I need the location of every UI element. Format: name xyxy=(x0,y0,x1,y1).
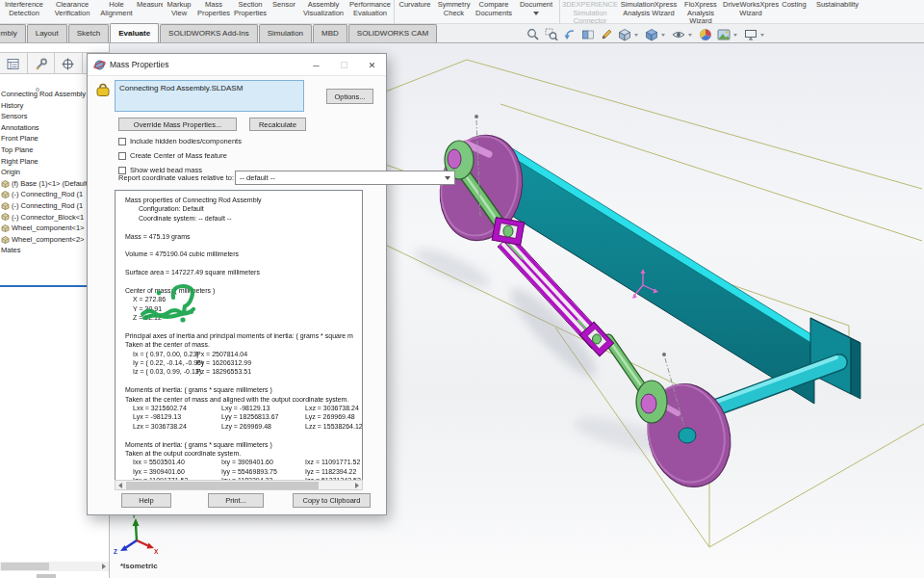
checkbox[interactable] xyxy=(118,138,126,145)
report-matrix-row: Ix = ( 0.97, 0.00, 0.23)Px = 2507814.04 xyxy=(125,350,362,358)
chevron-down-icon[interactable] xyxy=(661,34,665,37)
report-matrix-row: Ixx = 5503501.40Ixy = 3909401.60Ixz = 11… xyxy=(125,458,362,466)
tab-mbd[interactable]: MBD xyxy=(313,24,347,42)
close-button[interactable]: ✕ xyxy=(358,54,386,76)
edit-markup-icon[interactable] xyxy=(598,28,614,42)
tab-layout[interactable]: Layout xyxy=(27,24,67,42)
tab-solidworks-add-ins[interactable]: SOLIDWORKS Add-Ins xyxy=(160,24,258,42)
ribbon-mass-properties[interactable]: MassProperties xyxy=(195,0,232,17)
chevron-down-icon[interactable] xyxy=(634,34,638,37)
report-matrix-row: Iyx = 3909401.60Iyy = 55469893.75Iyz = 1… xyxy=(125,467,362,476)
chevron-down-icon[interactable] xyxy=(733,34,737,37)
featuremanager-tree-tab[interactable] xyxy=(0,53,28,74)
ribbon-floxpress-analysis-wizard[interactable]: FloXpressAnalysisWizard xyxy=(679,0,723,26)
mass-properties-dialog: Mass Properties ─ ☐ ✕ Connecting Rod Ass… xyxy=(87,53,387,515)
print-button[interactable]: Print... xyxy=(208,493,264,508)
report-matrix-row: Iz = ( 0.03, 0.99, -0.13)Pz = 18296553.5… xyxy=(125,367,362,376)
ribbon-3dexperience-simulation-connector[interactable]: 3DEXPERIENCESimulationConnector xyxy=(561,0,619,26)
chevron-down-icon[interactable] xyxy=(688,34,692,37)
configurationmanager-tab[interactable] xyxy=(55,53,83,74)
command-tab-bar: Assembly Layout Sketch Evaluate SOLIDWOR… xyxy=(0,24,924,43)
ribbon-measure[interactable]: Measure xyxy=(137,0,163,10)
ribbon-markup-view[interactable]: MarkupView xyxy=(163,0,195,17)
report-line: Center of mass: ( millimeters ) xyxy=(125,286,362,295)
zoom-to-area-icon[interactable] xyxy=(543,28,559,42)
part-icon xyxy=(1,213,10,221)
tree-horizontal-scrollbar[interactable] xyxy=(0,562,109,571)
part-icon xyxy=(1,180,10,188)
part-icon xyxy=(1,191,10,198)
options-button[interactable]: Options... xyxy=(326,89,373,104)
ribbon-curvature[interactable]: Curvature xyxy=(396,0,434,10)
ribbon-driveworksxpress-wizard[interactable]: DriveWorksXpressWizard xyxy=(723,0,779,17)
scrollbar-fragment xyxy=(37,574,56,578)
scroll-left-icon[interactable] xyxy=(118,483,122,488)
chevron-down-icon[interactable] xyxy=(760,34,764,37)
view-orientation-icon[interactable] xyxy=(616,28,632,42)
report-line: Mass properties of Connecting Rod Assemb… xyxy=(125,196,362,204)
maximize-button[interactable]: ☐ xyxy=(330,54,358,76)
tab-evaluate[interactable]: Evaluate xyxy=(110,23,159,42)
report-line: Volume = 475190.04 cubic millimeters xyxy=(125,250,362,258)
report-line: Taken at the output coordinate system. xyxy=(125,449,362,458)
ribbon-performance-evaluation[interactable]: PerformanceEvaluation xyxy=(347,0,393,17)
apply-scene-icon[interactable] xyxy=(715,28,732,42)
part-icon xyxy=(1,202,10,210)
relative-to-label: Report coordinate values relative to: xyxy=(118,173,234,182)
scroll-right-icon[interactable] xyxy=(355,483,359,488)
previous-view-icon[interactable] xyxy=(561,28,578,42)
part-icon xyxy=(1,224,10,232)
part-icon xyxy=(1,236,10,244)
recalculate-button[interactable]: Recalculate xyxy=(249,118,306,131)
ribbon-simulationxpress-analysis-wizard[interactable]: SimulationXpressAnalysis Wizard xyxy=(619,0,679,17)
report-line: Taken at the center of mass and aligned … xyxy=(125,395,362,404)
minimize-button[interactable]: ─ xyxy=(302,54,330,76)
create-com-feature-checkbox-row[interactable]: Create Center of Mass feature xyxy=(118,151,227,160)
tab-sketch[interactable]: Sketch xyxy=(68,24,109,42)
breadcrumb-dot-icon xyxy=(36,88,39,92)
ribbon-section-properties[interactable]: SectionProperties xyxy=(232,0,269,17)
ribbon-toolbar: InterferenceDetection ClearanceVerificat… xyxy=(0,0,924,24)
report-line: Moments of inertia: ( grams * square mil… xyxy=(125,385,362,394)
ribbon-sensor[interactable]: Sensor xyxy=(269,0,299,10)
ribbon-compare-documents[interactable]: CompareDocuments xyxy=(474,0,514,17)
report-horizontal-scrollbar[interactable] xyxy=(115,480,363,490)
weight-icon xyxy=(95,83,111,97)
include-hidden-checkbox-row[interactable]: Include hidden bodies/components xyxy=(118,137,242,145)
view-settings-icon[interactable] xyxy=(742,28,758,42)
view-orientation-label: *Isometric xyxy=(120,562,158,570)
checkbox[interactable] xyxy=(118,152,126,160)
ribbon-hole-alignment[interactable]: HoleAlignment xyxy=(96,0,137,17)
display-style-icon[interactable] xyxy=(643,28,659,42)
zoom-to-fit-icon[interactable] xyxy=(525,28,541,42)
ribbon-document[interactable]: Document xyxy=(514,0,558,15)
report-line: Taken at the center of mass. xyxy=(125,340,362,349)
override-mass-properties-button[interactable]: Override Mass Properties... xyxy=(118,118,237,131)
report-line: Z = 62.12 xyxy=(125,313,362,322)
ribbon-separator xyxy=(559,0,560,24)
scrollbar-thumb[interactable] xyxy=(1,563,49,570)
selection-field[interactable]: Connecting Rod Assembly.SLDASM xyxy=(115,80,304,112)
report-line: Mass = 475.19 grams xyxy=(125,232,362,241)
dialog-title-bar[interactable]: Mass Properties ─ ☐ ✕ xyxy=(88,54,386,76)
ribbon-costing[interactable]: Costing xyxy=(779,0,809,10)
scrollbar-thumb[interactable] xyxy=(126,482,319,489)
tab-simulation[interactable]: Simulation xyxy=(259,24,312,42)
ribbon-interference-detection[interactable]: InterferenceDetection xyxy=(0,0,48,17)
edit-appearance-icon[interactable] xyxy=(697,28,713,42)
copy-to-clipboard-button[interactable]: Copy to Clipboard xyxy=(293,493,371,508)
propertymanager-tab[interactable] xyxy=(28,53,56,74)
ribbon-sustainability[interactable]: Sustainability xyxy=(809,0,865,10)
tab-solidworks-cam[interactable]: SOLIDWORKS CAM xyxy=(348,24,437,42)
coordinate-system-dropdown[interactable]: -- default -- xyxy=(235,171,455,185)
ribbon-clearance-verification[interactable]: ClearanceVerification xyxy=(48,0,96,17)
help-button[interactable]: Help xyxy=(121,493,171,508)
ribbon-assembly-visualization[interactable]: AssemblyVisualization xyxy=(299,0,347,17)
mass-properties-report[interactable]: Mass properties of Connecting Rod Assemb… xyxy=(115,190,363,489)
report-matrix-row: Lzx = 3036738.24Lzy = 269969.48Lzz = 155… xyxy=(125,422,362,431)
scroll-right-icon[interactable] xyxy=(102,564,106,569)
hide-show-items-icon[interactable] xyxy=(670,28,686,42)
tab-assembly[interactable]: Assembly xyxy=(0,24,26,42)
ribbon-symmetry-check[interactable]: SymmetryCheck xyxy=(434,0,474,17)
section-view-icon[interactable] xyxy=(579,28,596,42)
